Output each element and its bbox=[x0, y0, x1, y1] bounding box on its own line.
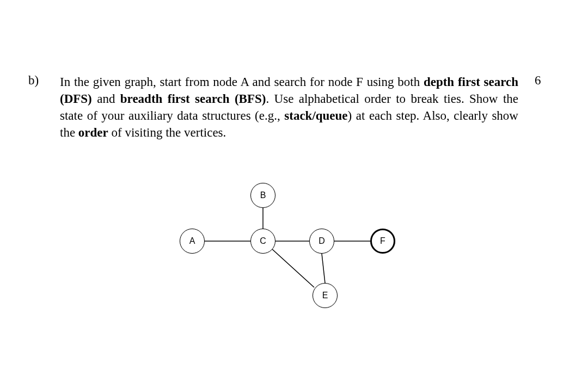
question-label: b) bbox=[28, 73, 39, 88]
text-bold: breadth first search (BFS) bbox=[120, 92, 266, 106]
node-e: E bbox=[313, 283, 338, 308]
edge-c-e bbox=[272, 249, 314, 287]
node-a: A bbox=[180, 229, 205, 254]
graph-figure: A B C D E F bbox=[174, 179, 425, 315]
node-d: D bbox=[309, 229, 334, 254]
text-bold: stack/queue bbox=[284, 109, 347, 122]
node-c: C bbox=[250, 229, 275, 254]
question-points: 6 bbox=[535, 73, 541, 88]
text-part: In the given graph, start from node A an… bbox=[60, 75, 424, 89]
node-b: B bbox=[250, 183, 275, 208]
text-bold: order bbox=[78, 126, 108, 139]
node-f: F bbox=[370, 229, 395, 254]
edge-d-e bbox=[322, 254, 325, 283]
text-part: of visiting the vertices. bbox=[108, 126, 226, 139]
text-part: and bbox=[92, 92, 120, 106]
question-text: In the given graph, start from node A an… bbox=[60, 73, 518, 141]
